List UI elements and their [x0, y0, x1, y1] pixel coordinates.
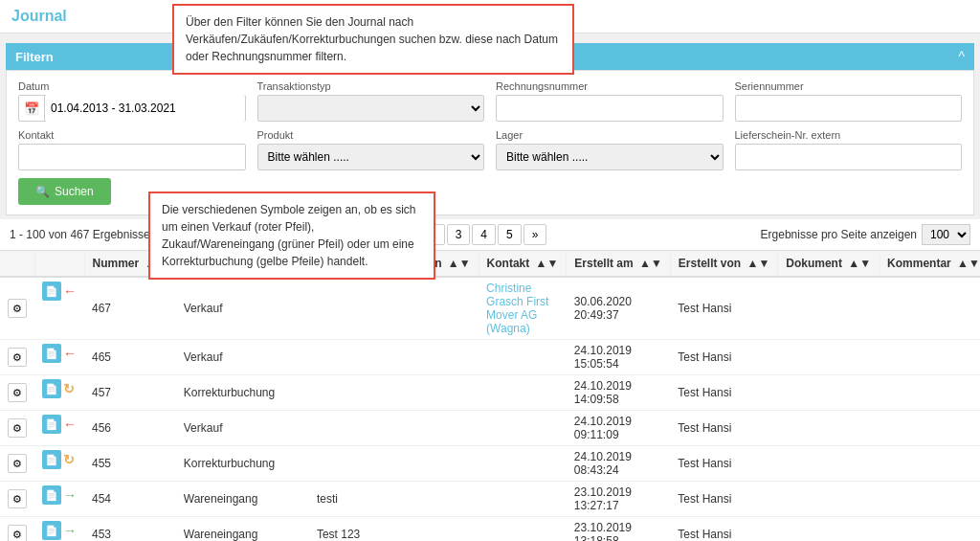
row-erstellt-am: 23.10.2019 13:18:58: [567, 517, 670, 542]
arrow-yellow-icon: ↻: [63, 381, 75, 396]
filter-label: Filtern: [15, 50, 54, 64]
doc-btn[interactable]: 📄: [42, 282, 61, 301]
row-lieferschein: [309, 411, 479, 446]
kontakt-input[interactable]: [18, 144, 246, 170]
datum-input-wrapper: 📅: [18, 95, 246, 122]
doc-btn[interactable]: 📄: [42, 521, 61, 540]
row-kommentar: [880, 277, 980, 340]
row-kommentar: [880, 482, 980, 517]
row-typ: Wareneingang: [176, 517, 309, 542]
doc-btn[interactable]: 📄: [42, 344, 61, 363]
transaktionstyp-select[interactable]: [257, 95, 485, 122]
gear-btn[interactable]: ⚙: [8, 299, 27, 318]
gear-btn[interactable]: ⚙: [8, 418, 27, 438]
per-page-label: Ergebnisse pro Seite anzeigen: [761, 228, 917, 241]
row-kommentar: [880, 446, 980, 482]
rechnungsnummer-input[interactable]: [496, 95, 724, 122]
row-lieferschein: Test 123: [309, 517, 479, 542]
produkt-select[interactable]: Bitte wählen .....: [257, 144, 485, 170]
row-kontakt: [479, 340, 567, 375]
tooltip-symbols: Die verschiedenen Symbole zeigen an, ob …: [148, 192, 435, 280]
kontakt-link[interactable]: Christine Grasch First Mover AG (Wagna): [486, 282, 548, 335]
search-icon: 🔍: [35, 185, 50, 198]
gear-btn[interactable]: ⚙: [8, 383, 27, 402]
doc-btn[interactable]: 📄: [42, 379, 61, 398]
row-kontakt: [479, 411, 567, 446]
filter-produkt-group: Produkt Bitte wählen .....: [257, 129, 485, 170]
filter-datum-group: Datum 📅: [18, 80, 246, 122]
row-dokument: [778, 340, 880, 375]
filter-lieferschein-group: Lieferschein-Nr. extern: [735, 129, 963, 170]
row-gear: ⚙: [0, 446, 34, 482]
tooltip-filter: Über den Filter können Sie den Journal n…: [172, 4, 574, 75]
row-dokument: [778, 375, 880, 411]
row-kommentar: [880, 340, 980, 375]
page-btn-4[interactable]: 4: [472, 224, 496, 245]
col-icon: [34, 251, 84, 277]
row-lieferschein: [309, 277, 479, 340]
calendar-icon: 📅: [19, 96, 45, 121]
row-erstellt-am: 30.06.2020 20:49:37: [567, 277, 670, 340]
filter-row-1: Datum 📅 Transaktionstyp Rechnungsnummer: [18, 80, 962, 122]
row-dokument: [778, 482, 880, 517]
row-lieferschein: testi: [309, 482, 479, 517]
row-arrow-cell: 📄 ↻: [34, 446, 84, 473]
row-gear: ⚙: [0, 340, 34, 375]
col-erstellt-von: Erstellt von ▲▼: [670, 251, 777, 277]
datum-input[interactable]: [45, 95, 245, 122]
results-info: 1 - 100 von 467 Ergebnissen: [10, 228, 156, 241]
row-erstellt-am: 24.10.2019 15:05:54: [567, 340, 670, 375]
row-erstellt-von: Test Hansi: [670, 517, 777, 542]
table-row: ⚙ 📄 → 454 Wareneingang testi 23.10.2019 …: [0, 482, 980, 517]
seriennummer-input[interactable]: [735, 95, 963, 122]
doc-btn[interactable]: 📄: [42, 485, 61, 505]
row-nummer: 467: [84, 277, 176, 340]
lager-select[interactable]: Bitte wählen .....: [496, 144, 724, 170]
row-erstellt-von: Test Hansi: [670, 340, 777, 375]
journal-table: Nummer ▲▼ Transaktionstyp ▲▼ Lieferschei…: [0, 251, 980, 541]
row-gear: ⚙: [0, 277, 34, 340]
page-btn-3[interactable]: 3: [447, 224, 471, 245]
per-page-selector: Ergebnisse pro Seite anzeigen 100 50 25: [761, 224, 970, 245]
row-arrow-cell: 📄 ←: [34, 278, 84, 304]
doc-btn[interactable]: 📄: [42, 415, 61, 434]
row-dokument: [778, 277, 880, 340]
page-btn-5[interactable]: 5: [498, 224, 522, 245]
row-arrow-cell: 📄 →: [34, 482, 84, 508]
row-typ: Korrekturbuchung: [176, 375, 309, 411]
row-gear: ⚙: [0, 517, 34, 542]
table-body: ⚙ 📄 ← 467 Verkauf Christine Grasch First…: [0, 277, 980, 541]
page-next-btn[interactable]: »: [523, 224, 547, 245]
transaktionstyp-label: Transaktionstyp: [257, 80, 485, 92]
rechnungsnummer-label: Rechnungsnummer: [496, 80, 724, 92]
table-container: Nummer ▲▼ Transaktionstyp ▲▼ Lieferschei…: [0, 251, 980, 541]
doc-btn[interactable]: 📄: [42, 450, 61, 469]
filter-transaktionstyp-group: Transaktionstyp: [257, 80, 485, 122]
row-nummer: 454: [84, 482, 176, 517]
col-erstellt-am: Erstellt am ▲▼: [567, 251, 670, 277]
gear-btn[interactable]: ⚙: [8, 348, 27, 367]
filter-seriennummer-group: Seriennummer: [735, 80, 963, 122]
per-page-select[interactable]: 100 50 25: [922, 224, 970, 245]
row-erstellt-am: 24.10.2019 09:11:09: [567, 411, 670, 446]
gear-btn[interactable]: ⚙: [8, 489, 27, 508]
row-kontakt: [479, 375, 567, 411]
filter-collapse-btn[interactable]: ^: [958, 49, 965, 64]
search-button[interactable]: 🔍 Suchen: [18, 178, 111, 205]
row-kontakt: [479, 482, 567, 517]
row-gear: ⚙: [0, 411, 34, 446]
col-dokument: Dokument ▲▼: [778, 251, 880, 277]
seriennummer-label: Seriennummer: [735, 80, 963, 92]
gear-btn[interactable]: ⚙: [8, 454, 27, 473]
row-erstellt-von: Test Hansi: [670, 375, 777, 411]
lieferschein-input[interactable]: [735, 144, 963, 170]
row-dokument: [778, 446, 880, 482]
table-header-row: Nummer ▲▼ Transaktionstyp ▲▼ Lieferschei…: [0, 251, 980, 277]
arrow-green-icon: →: [63, 523, 77, 538]
table-row: ⚙ 📄 ← 465 Verkauf 24.10.2019 15:05:54 Te…: [0, 340, 980, 375]
filter-row-2: Kontakt Produkt Bitte wählen ..... Lager…: [18, 129, 962, 170]
gear-btn[interactable]: ⚙: [8, 525, 27, 541]
lager-label: Lager: [496, 129, 724, 141]
row-typ: Korrekturbuchung: [176, 446, 309, 482]
row-kontakt: [479, 517, 567, 542]
